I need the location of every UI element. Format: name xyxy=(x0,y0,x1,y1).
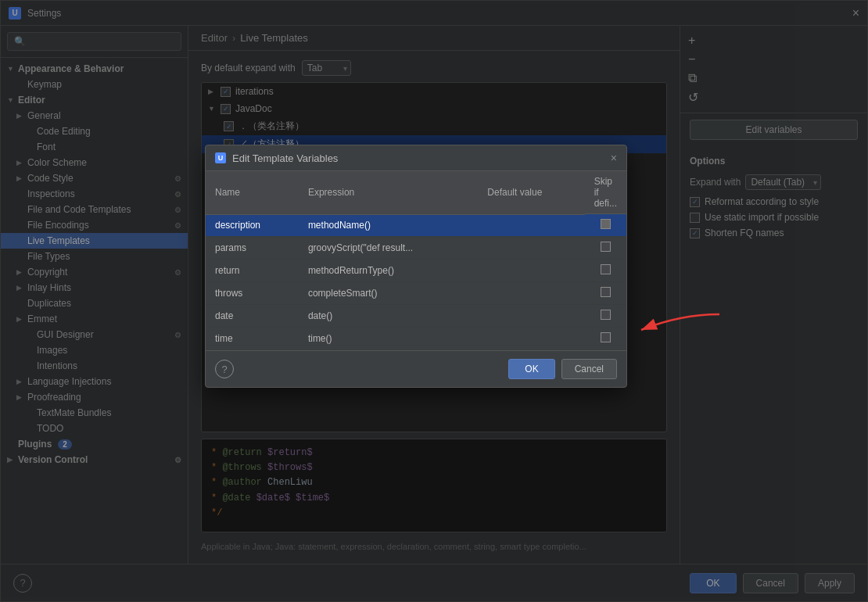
cell-default xyxy=(478,328,584,350)
col-header-name: Name xyxy=(206,171,299,214)
modal-help-button[interactable]: ? xyxy=(215,360,234,378)
skip-checkbox[interactable] xyxy=(601,219,611,229)
cell-expression: time() xyxy=(299,328,478,350)
table-row[interactable]: throws completeSmart() xyxy=(206,282,626,305)
annotation-arrow xyxy=(626,306,735,348)
cell-expression: groovyScript("def result... xyxy=(299,237,478,260)
modal-footer: ? OK Cancel xyxy=(206,350,626,387)
cell-skip xyxy=(585,214,626,237)
skip-checkbox[interactable] xyxy=(601,242,611,252)
table-row[interactable]: description methodName() xyxy=(206,214,626,237)
modal-ok-button[interactable]: OK xyxy=(508,359,554,379)
cell-name: params xyxy=(206,237,299,260)
skip-checkbox[interactable] xyxy=(601,287,611,297)
cell-default xyxy=(478,237,584,260)
col-header-default: Default value xyxy=(478,171,584,214)
modal-overlay: U Edit Template Variables × Name Express… xyxy=(0,0,868,602)
modal-body: Name Expression Default value Skip if de… xyxy=(206,171,626,350)
cell-expression: date() xyxy=(299,305,478,328)
cell-default xyxy=(478,305,584,328)
cell-skip xyxy=(585,328,626,350)
cell-expression: methodReturnType() xyxy=(299,260,478,282)
cell-name: time xyxy=(206,328,299,350)
cell-skip xyxy=(585,260,626,282)
modal-action-buttons: OK Cancel xyxy=(508,359,617,379)
cell-name: return xyxy=(206,260,299,282)
variables-table: Name Expression Default value Skip if de… xyxy=(206,171,626,350)
cell-default xyxy=(478,214,584,237)
modal-title-bar: U Edit Template Variables × xyxy=(206,145,626,171)
col-header-skip: Skip if defi... xyxy=(585,171,626,214)
cell-name: throws xyxy=(206,282,299,305)
skip-checkbox[interactable] xyxy=(601,332,611,342)
skip-checkbox[interactable] xyxy=(601,264,611,274)
table-row[interactable]: params groovyScript("def result... xyxy=(206,237,626,260)
edit-template-variables-modal: U Edit Template Variables × Name Express… xyxy=(205,145,627,388)
modal-close-button[interactable]: × xyxy=(611,152,617,164)
cell-default xyxy=(478,282,584,305)
modal-title-icon: U xyxy=(215,152,226,163)
cell-expression: methodName() xyxy=(299,214,478,237)
cell-name: date xyxy=(206,305,299,328)
table-row[interactable]: date date() xyxy=(206,305,626,328)
cell-skip xyxy=(585,237,626,260)
skip-checkbox[interactable] xyxy=(601,310,611,320)
cell-skip xyxy=(585,305,626,328)
cell-skip xyxy=(585,282,626,305)
cell-expression: completeSmart() xyxy=(299,282,478,305)
cell-default xyxy=(478,260,584,282)
table-row[interactable]: time time() xyxy=(206,328,626,350)
cell-name: description xyxy=(206,214,299,237)
table-row[interactable]: return methodReturnType() xyxy=(206,260,626,282)
col-header-expression: Expression xyxy=(299,171,478,214)
modal-title: U Edit Template Variables xyxy=(215,152,338,164)
modal-title-text: Edit Template Variables xyxy=(232,152,338,164)
modal-cancel-button[interactable]: Cancel xyxy=(561,359,617,379)
red-arrow-svg xyxy=(626,306,735,346)
